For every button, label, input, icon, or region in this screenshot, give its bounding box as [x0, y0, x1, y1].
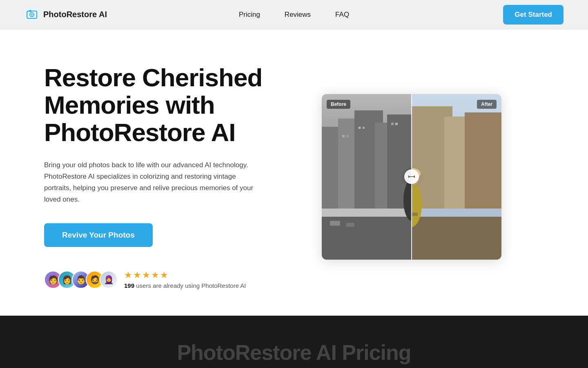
- logo-text: PhotoRestore AI: [43, 10, 107, 19]
- after-image-svg: [412, 94, 501, 260]
- logo-icon: [24, 7, 39, 22]
- nav-faq[interactable]: FAQ: [335, 11, 349, 18]
- nav-get-started-button[interactable]: Get Started: [503, 5, 564, 25]
- after-label: After: [477, 100, 497, 109]
- proof-count: 199: [124, 282, 134, 289]
- dark-pricing-section: PhotoRestore AI Pricing: [0, 316, 588, 368]
- navbar: PhotoRestore AI Pricing Reviews FAQ Get …: [0, 0, 588, 29]
- svg-rect-23: [346, 223, 354, 227]
- svg-rect-20: [395, 123, 398, 125]
- after-panel: [412, 94, 501, 260]
- svg-rect-19: [391, 123, 394, 125]
- avatar-stack: 🧑 👩 👨 🧔 🧕: [44, 271, 118, 289]
- slider-handle[interactable]: [404, 169, 419, 184]
- nav-links: Pricing Reviews FAQ: [239, 11, 349, 19]
- svg-rect-18: [363, 127, 365, 129]
- before-label: Before: [327, 100, 350, 109]
- proof-text: 199 users are already using PhotoRestore…: [124, 282, 246, 289]
- svg-rect-16: [346, 135, 349, 137]
- before-image-svg: [322, 94, 412, 260]
- social-proof: 🧑 👩 👨 🧔 🧕 ★★★★★ 199 use: [44, 270, 297, 289]
- svg-rect-34: [465, 112, 501, 209]
- hero-section: Restore Cherished Memories with PhotoRes…: [0, 29, 588, 316]
- svg-rect-17: [359, 127, 361, 129]
- hero-cta-button[interactable]: Revive Your Photos: [44, 223, 153, 247]
- stars-text: ★★★★★ 199 users are already using PhotoR…: [124, 270, 246, 289]
- hero-title: Restore Cherished Memories with PhotoRes…: [44, 64, 297, 146]
- svg-rect-22: [330, 221, 340, 226]
- avatar: 🧕: [100, 271, 118, 289]
- before-panel: [322, 94, 412, 260]
- slider-arrows-icon: [408, 174, 415, 180]
- hero-image-area: Before After: [322, 94, 501, 260]
- proof-suffix: users are already using PhotoRestore AI: [136, 282, 246, 289]
- svg-point-3: [31, 14, 33, 16]
- svg-rect-45: [412, 213, 418, 216]
- svg-rect-15: [342, 135, 345, 137]
- before-after-slider[interactable]: Before After: [322, 94, 501, 260]
- hero-left: Restore Cherished Memories with PhotoRes…: [44, 64, 297, 289]
- nav-pricing[interactable]: Pricing: [239, 11, 260, 18]
- star-rating: ★★★★★: [124, 270, 246, 280]
- hero-description: Bring your old photos back to life with …: [44, 159, 256, 205]
- dark-section-title: PhotoRestore AI Pricing: [177, 340, 411, 365]
- svg-rect-41: [412, 217, 501, 260]
- logo[interactable]: PhotoRestore AI: [24, 7, 107, 22]
- nav-reviews[interactable]: Reviews: [285, 11, 311, 18]
